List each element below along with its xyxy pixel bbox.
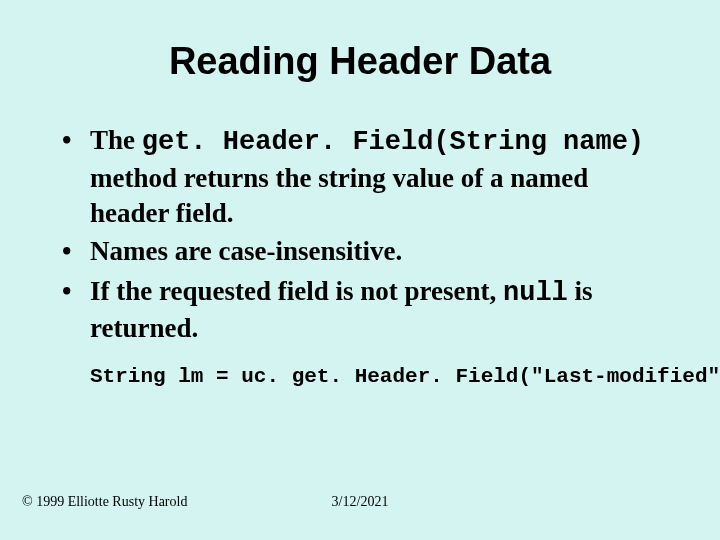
bullet-text-pre: The xyxy=(90,125,142,155)
code-example: String lm = uc. get. Header. Field("Last… xyxy=(48,365,672,388)
bullet-list: The get. Header. Field(String name) meth… xyxy=(48,123,672,347)
bullet-text-pre: Names are case-insensitive. xyxy=(90,236,402,266)
bullet-text-pre: If the requested field is not present, xyxy=(90,276,503,306)
bullet-code: get. Header. Field(String name) xyxy=(142,127,644,157)
bullet-item: The get. Header. Field(String name) meth… xyxy=(56,123,672,232)
bullet-item: Names are case-insensitive. xyxy=(56,234,672,272)
bullet-item: If the requested field is not present, n… xyxy=(56,274,672,347)
bullet-text-post: method returns the string value of a nam… xyxy=(90,163,588,229)
slide-title: Reading Header Data xyxy=(48,40,672,83)
bullet-code: null xyxy=(503,278,568,308)
slide: Reading Header Data The get. Header. Fie… xyxy=(0,0,720,540)
footer-date: 3/12/2021 xyxy=(0,494,720,510)
